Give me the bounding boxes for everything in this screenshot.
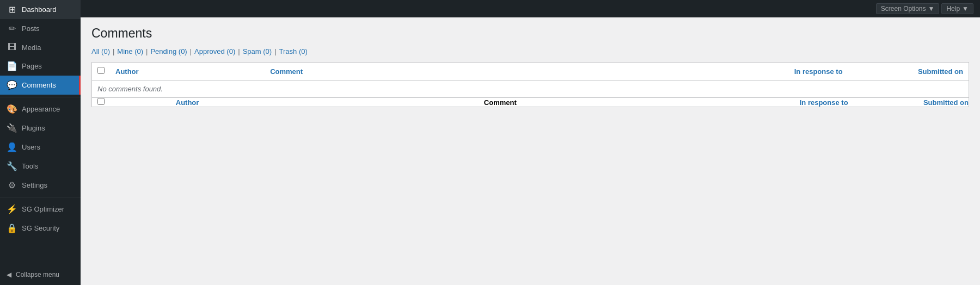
sidebar-item-label: Media	[22, 44, 41, 52]
comments-icon: 💬	[7, 80, 17, 90]
submitted-footer-sort-link[interactable]: Submitted on	[848, 98, 969, 107]
select-all-footer	[92, 98, 111, 107]
sidebar-item-appearance[interactable]: 🎨 Appearance	[0, 100, 81, 119]
author-column-header[interactable]: Author	[110, 63, 265, 80]
filter-mine-count: (0)	[134, 47, 143, 55]
filter-trash-label: Trash	[279, 47, 297, 55]
filter-spam[interactable]: Spam (0)	[243, 47, 272, 55]
sidebar-item-settings[interactable]: ⚙ Settings	[0, 176, 81, 195]
screen-options-label: Screen Options	[881, 5, 926, 13]
help-label: Help	[946, 5, 960, 13]
filter-spam-label: Spam	[243, 47, 261, 55]
sep5: |	[274, 47, 276, 55]
no-comments-message: No comments found.	[92, 80, 969, 98]
appearance-icon: 🎨	[7, 104, 17, 114]
filter-all-label: All	[91, 47, 99, 55]
table-footer-row: Author Comment In response to Submitted …	[92, 98, 969, 107]
sidebar-item-label: SG Security	[22, 224, 59, 232]
select-all-checkbox[interactable]	[97, 67, 105, 74]
select-all-header	[92, 63, 111, 80]
sidebar-item-label: Plugins	[22, 124, 45, 132]
collapse-label: Collapse menu	[16, 271, 59, 278]
sep1: |	[113, 47, 114, 55]
posts-icon: ✏	[7, 23, 17, 34]
comment-column-header: Comment	[265, 63, 736, 80]
content-area: Comments All (0) | Mine (0) | Pending (0…	[81, 17, 980, 285]
filter-all-count: (0)	[101, 47, 110, 55]
dashboard-icon: ⊞	[7, 4, 17, 15]
response-footer-sort-link[interactable]: In response to	[736, 98, 848, 107]
filter-pending[interactable]: Pending (0)	[150, 47, 187, 55]
filter-trash[interactable]: Trash (0)	[279, 47, 308, 55]
active-indicator	[79, 76, 81, 95]
response-sort-link[interactable]: In response to	[742, 67, 843, 76]
sg-optimizer-icon: ⚡	[7, 204, 17, 214]
sidebar-item-pages[interactable]: 📄 Pages	[0, 57, 81, 76]
media-icon: 🎞	[7, 42, 17, 52]
submitted-column-header[interactable]: Submitted on	[848, 63, 969, 80]
help-button[interactable]: Help ▼	[941, 3, 973, 14]
settings-icon: ⚙	[7, 180, 17, 190]
sep4: |	[238, 47, 240, 55]
users-icon: 👤	[7, 142, 17, 152]
sidebar-item-tools[interactable]: 🔧 Tools	[0, 157, 81, 176]
sidebar-item-users[interactable]: 👤 Users	[0, 138, 81, 157]
pages-icon: 📄	[7, 61, 17, 71]
sidebar-item-label: Tools	[22, 162, 38, 170]
filter-pending-count: (0)	[179, 47, 187, 55]
sidebar-item-posts[interactable]: ✏ Posts	[0, 19, 81, 38]
filter-bar: All (0) | Mine (0) | Pending (0) | Appro…	[91, 47, 969, 55]
screen-options-button[interactable]: Screen Options ▼	[876, 3, 940, 14]
main-area: Screen Options ▼ Help ▼ Comments All (0)…	[81, 0, 980, 285]
sidebar-item-plugins[interactable]: 🔌 Plugins	[0, 119, 81, 138]
no-comments-row: No comments found.	[92, 80, 969, 98]
filter-approved[interactable]: Approved (0)	[194, 47, 235, 55]
collapse-icon: ◀	[7, 271, 11, 278]
sidebar-item-label: Pages	[22, 62, 42, 70]
sidebar-item-label: SG Optimizer	[22, 205, 64, 213]
filter-spam-count: (0)	[263, 47, 272, 55]
collapse-menu[interactable]: ◀ Collapse menu	[0, 267, 81, 285]
sep2: |	[146, 47, 148, 55]
comments-table: Author Comment In response to Submitted …	[91, 62, 969, 107]
sidebar-item-label: Dashboard	[22, 5, 57, 14]
sidebar-item-dashboard[interactable]: ⊞ Dashboard	[0, 0, 81, 19]
comment-footer-header: Comment	[265, 98, 736, 107]
filter-mine[interactable]: Mine (0)	[117, 47, 143, 55]
submitted-sort-link[interactable]: Submitted on	[854, 67, 963, 76]
select-all-footer-checkbox[interactable]	[97, 98, 105, 105]
sidebar-item-sg-security[interactable]: 🔒 SG Security	[0, 219, 81, 238]
sidebar: ⊞ Dashboard ✏ Posts 🎞 Media 📄 Pages 💬 Co…	[0, 0, 81, 285]
sidebar-item-label: Posts	[22, 24, 40, 33]
sidebar-item-media[interactable]: 🎞 Media	[0, 38, 81, 57]
sidebar-item-label: Settings	[22, 181, 47, 189]
author-sort-link[interactable]: Author	[115, 67, 139, 76]
filter-mine-label: Mine	[117, 47, 132, 55]
page-title: Comments	[91, 26, 969, 41]
filter-trash-count: (0)	[299, 47, 308, 55]
filter-pending-label: Pending	[150, 47, 176, 55]
author-footer-sort-link[interactable]: Author	[176, 98, 199, 107]
response-column-header[interactable]: In response to	[736, 63, 848, 80]
submitted-footer-header[interactable]: Submitted on	[848, 98, 969, 107]
sidebar-item-label: Users	[22, 143, 40, 151]
sidebar-item-label: Comments	[22, 81, 56, 89]
sidebar-item-comments[interactable]: 💬 Comments	[0, 76, 81, 95]
table-header-row: Author Comment In response to Submitted …	[92, 63, 969, 80]
screen-options-chevron: ▼	[928, 5, 935, 13]
filter-all[interactable]: All (0)	[91, 47, 110, 55]
plugins-icon: 🔌	[7, 123, 17, 133]
filter-approved-count: (0)	[226, 47, 235, 55]
topbar: Screen Options ▼ Help ▼	[81, 0, 980, 17]
response-footer-header[interactable]: In response to	[736, 98, 848, 107]
author-footer-header[interactable]: Author	[110, 98, 265, 107]
tools-icon: 🔧	[7, 161, 17, 171]
filter-approved-label: Approved	[194, 47, 225, 55]
help-chevron: ▼	[962, 5, 969, 13]
sidebar-item-sg-optimizer[interactable]: ⚡ SG Optimizer	[0, 200, 81, 219]
sep3: |	[190, 47, 192, 55]
sg-security-icon: 🔒	[7, 223, 17, 233]
sidebar-item-label: Appearance	[22, 105, 60, 113]
